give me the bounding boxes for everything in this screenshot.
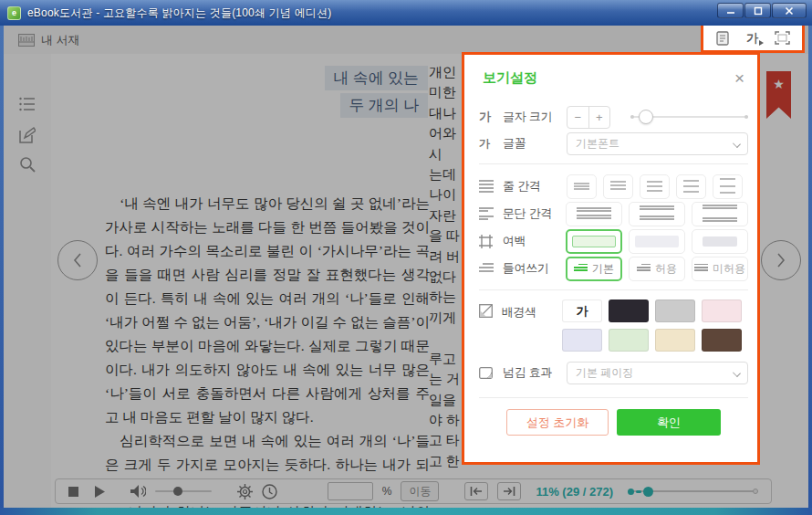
confirm-button[interactable]: 확인 — [617, 409, 721, 436]
client-area: 내 서재 내 속에 있는 두 개의 나 ‘내 속엔 내가 너무도 많아 당신의 … — [4, 26, 808, 508]
indent-option-label: 허용 — [655, 261, 677, 277]
line-spacing-icon — [479, 180, 503, 193]
indent-option-default-selected[interactable]: 기본 — [566, 257, 622, 281]
margin-icon — [479, 235, 503, 248]
font-size-decrease-button[interactable]: − — [567, 107, 589, 128]
panel-close-icon[interactable]: × — [734, 69, 744, 87]
indent-option-icon — [694, 264, 708, 274]
bg-swatch-beige[interactable] — [655, 329, 695, 352]
line-spacing-option-2[interactable] — [603, 174, 633, 199]
page-effect-label: 넘김 효과 — [503, 364, 567, 381]
indent-option-label: 미허용 — [713, 261, 745, 277]
margin-option-1-selected[interactable] — [566, 229, 622, 254]
app-window: e eBook도서관 - 고요할수록 밝아지는 것들(100쇄 기념 에디션) … — [0, 0, 812, 515]
paragraph-spacing-icon — [479, 207, 503, 220]
paragraph-spacing-label: 문단 간격 — [503, 205, 566, 222]
bg-swatch-brown[interactable] — [702, 329, 742, 352]
chevron-down-icon — [733, 369, 741, 377]
reset-settings-button[interactable]: 설정 초기화 — [506, 409, 609, 436]
font-family-label: 글꼴 — [503, 135, 567, 152]
view-settings-icon[interactable] — [715, 31, 730, 46]
page-effect-value: 기본 페이징 — [576, 365, 633, 381]
line-spacing-option-5[interactable] — [713, 174, 743, 199]
bg-swatch-sample-text: 가 — [577, 303, 588, 320]
margin-label: 여백 — [503, 233, 566, 249]
line-spacing-label: 줄 간격 — [503, 178, 567, 194]
window-title: eBook도서관 - 고요할수록 밝아지는 것들(100쇄 기념 에디션) — [27, 5, 331, 21]
fullscreen-icon[interactable] — [775, 31, 790, 45]
font-family-value: 기본폰트 — [576, 136, 619, 152]
font-size-stepper: − + — [567, 106, 610, 129]
indent-option-icon — [574, 264, 588, 274]
background-color-icon — [479, 304, 502, 318]
app-icon: e — [7, 6, 21, 20]
font-family-select[interactable]: 기본폰트 — [567, 132, 748, 155]
font-size-icon: 가 — [479, 109, 503, 125]
bg-swatch-light-green[interactable] — [609, 329, 649, 352]
chevron-down-icon — [733, 140, 741, 148]
indent-option-disallow[interactable]: 미허용 — [692, 257, 748, 281]
line-spacing-option-4[interactable] — [676, 174, 706, 199]
close-button[interactable] — [772, 3, 807, 18]
font-size-label: 글자 크기 — [503, 109, 567, 125]
font-settings-icon[interactable]: 가 — [746, 32, 758, 44]
font-size-slider[interactable] — [630, 110, 748, 124]
indent-option-icon — [637, 264, 651, 274]
page-effect-select[interactable]: 기본 페이징 — [567, 362, 748, 384]
indent-option-allow[interactable]: 허용 — [629, 257, 685, 281]
bg-swatch-white[interactable]: 가 — [562, 300, 602, 322]
view-settings-panel: 보기설정 × 가 글자 크기 − + — [462, 52, 760, 465]
indent-label: 들여쓰기 — [503, 260, 566, 277]
line-spacing-option-1[interactable] — [567, 174, 597, 199]
margin-option-3[interactable] — [692, 229, 748, 254]
indent-option-label: 기본 — [592, 261, 614, 277]
line-spacing-option-3[interactable] — [640, 174, 670, 199]
toolbar-annotation-box: 가 — [701, 26, 805, 53]
font-family-icon: 가 — [479, 136, 503, 152]
title-bar: e eBook도서관 - 고요할수록 밝아지는 것들(100쇄 기념 에디션) — [0, 0, 812, 26]
minimize-button[interactable] — [717, 3, 744, 18]
page-effect-icon — [479, 366, 503, 380]
bg-swatch-dark[interactable] — [609, 300, 649, 322]
window-bottom-frame — [0, 508, 812, 515]
background-color-label: 배경색 — [502, 304, 562, 321]
indent-icon — [479, 263, 503, 274]
bg-swatch-gray[interactable] — [655, 300, 695, 322]
maximize-button[interactable] — [744, 3, 771, 18]
bg-swatch-lavender[interactable] — [562, 329, 602, 352]
font-size-slider-knob[interactable] — [639, 110, 653, 124]
panel-title: 보기설정 — [483, 69, 537, 87]
font-size-increase-button[interactable]: + — [589, 107, 610, 128]
bg-swatch-pink[interactable] — [702, 300, 742, 322]
paragraph-spacing-option-3[interactable] — [692, 202, 748, 226]
margin-option-2[interactable] — [629, 229, 685, 254]
paragraph-spacing-option-1[interactable] — [566, 202, 622, 226]
paragraph-spacing-option-2[interactable] — [629, 202, 685, 226]
